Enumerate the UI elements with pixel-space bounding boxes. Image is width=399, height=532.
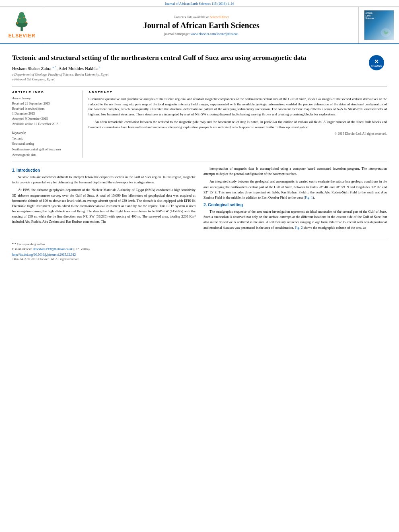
- footnote-star-icon: *: [12, 242, 14, 246]
- svg-point-6: [26, 21, 27, 23]
- email-label: E-mail address:: [12, 247, 32, 251]
- date-received: Received 21 September 2015: [12, 101, 78, 107]
- affil-text-a: Department of Geology, Faculty of Scienc…: [14, 72, 109, 76]
- elsevier-text: ELSEVIER: [8, 33, 35, 39]
- copyright-line: © 2015 Elsevier Ltd. All rights reserved…: [88, 132, 387, 136]
- date-revised-label: Received in revised form: [12, 107, 78, 112]
- page: Journal of African Earth Sciences 115 (2…: [0, 0, 399, 532]
- footnote-corresponding-text: * Corresponding author.: [14, 242, 46, 246]
- crossmark-cross-icon: ✕: [374, 59, 379, 64]
- footnote-email: E-mail address: drhesham1960@hotmail.co.…: [12, 247, 387, 251]
- section-2-para-1: The stratigraphic sequence of the area u…: [204, 209, 387, 230]
- keyword-4: Aeromagnetic data: [12, 152, 78, 158]
- keywords-list: Tectonic Structural setting Northeastern…: [12, 136, 78, 158]
- abstract-heading: Abstract: [88, 90, 387, 94]
- section-2-text: The stratigraphic sequence of the area u…: [204, 209, 387, 230]
- journal-thumbnail: AfricanEarthSciences: [364, 10, 394, 40]
- issn-line: 1464-343X/© 2015 Elsevier Ltd. All right…: [12, 257, 387, 261]
- author-separator: , Adel Mokhles Nakhla: [57, 66, 99, 71]
- abstract-para-2: An often remarkable correlation between …: [88, 119, 387, 130]
- keyword-2: Structural setting: [12, 141, 78, 147]
- affil-text-b: Petropel Oil Company, Egypt: [14, 77, 55, 81]
- crossmark-label: CrossMark: [371, 65, 382, 67]
- author-2-sup: b: [99, 66, 100, 69]
- sciencedirect-line: Contents lists available at ScienceDirec…: [174, 15, 229, 19]
- date-revised-label-text: Received in revised form: [12, 107, 45, 111]
- body-col-right: interpretation of magnetic data is accom…: [204, 166, 387, 233]
- body-col-left: 1. Introduction Seismic data are sometim…: [12, 166, 195, 233]
- elsevier-logo: ELSEVIER: [8, 12, 35, 39]
- divider-1: [12, 86, 387, 86]
- crossmark-circle[interactable]: ✕ CrossMark: [369, 55, 384, 70]
- section-1-title: 1. Introduction: [12, 168, 195, 173]
- affil-letter-a: a: [12, 73, 14, 76]
- section-2-title: 2. Geological setting: [204, 203, 387, 207]
- affil-letter-b: b: [12, 78, 14, 81]
- section-1-cont-para-1: interpretation of magnetic data is accom…: [204, 166, 387, 177]
- sciencedirect-link[interactable]: ScienceDirect: [210, 15, 229, 19]
- body-content: 1. Introduction Seismic data are sometim…: [12, 166, 387, 233]
- footer-area: * * Corresponding author. E-mail address…: [12, 239, 387, 261]
- journal-ref-text: Journal of African Earth Sciences 115 (2…: [165, 2, 234, 6]
- section-1-para-1: Seismic data are sometimes difficult to …: [12, 175, 195, 185]
- crossmark-badge[interactable]: ✕ CrossMark: [369, 55, 387, 73]
- doi-text[interactable]: http://dx.doi.org/10.1016/j.jafrearsci.2…: [12, 253, 76, 257]
- journal-title-header: Journal of African Earth Sciences: [143, 21, 259, 30]
- keyword-3: Northeastern central gulf of Suez area: [12, 147, 78, 152]
- keyword-1: Tectonic: [12, 136, 78, 142]
- article-info-heading: Article Info: [12, 90, 78, 94]
- header-logo-right: AfricanEarthSciences: [359, 7, 399, 43]
- section-1-cont-text: interpretation of magnetic data is accom…: [204, 166, 387, 200]
- body-two-col: 1. Introduction Seismic data are sometim…: [12, 166, 387, 233]
- journal-homepage-line: journal homepage: www.elsevier.com/locat…: [164, 32, 239, 36]
- keywords-label: Keywords:: [12, 131, 78, 135]
- section-1-cont-para-2: An integrated study between the geologic…: [204, 179, 387, 200]
- keywords-section: Keywords: Tectonic Structural setting No…: [12, 131, 78, 158]
- date-accepted-text: Accepted 9 December 2015: [12, 117, 48, 121]
- abstract-para-1: Cumulative qualitative and quantitative …: [88, 97, 387, 117]
- article-title-text: Tectonic and structural setting of the n…: [12, 53, 365, 82]
- date-available-text: Available online 12 December 2015: [12, 122, 58, 126]
- author-1-sup: a, *: [53, 66, 57, 69]
- date-revised-text: 1 December 2015: [12, 112, 35, 115]
- sciencedirect-label: Contents lists available at: [174, 15, 209, 19]
- affiliation-b: b Petropel Oil Company, Egypt: [12, 77, 365, 81]
- abstract-text: Cumulative qualitative and quantitative …: [88, 97, 387, 130]
- journal-thumb-map-icon: [380, 28, 392, 38]
- article-title-section: Tectonic and structural setting of the n…: [12, 53, 387, 82]
- author-1-name: Hesham Shaker Zahra: [12, 66, 53, 71]
- date-available: Available online 12 December 2015: [12, 122, 78, 127]
- history-label: Article history:: [12, 97, 78, 100]
- fig-2-ref[interactable]: Fig. 2: [295, 226, 303, 230]
- email-link[interactable]: drhesham1960@hotmail.co.uk: [33, 247, 72, 251]
- fig-1-ref[interactable]: Fig. 1: [305, 195, 313, 199]
- elsevier-logo-area: ELSEVIER: [0, 7, 44, 43]
- section-1-text: Seismic data are sometimes difficult to …: [12, 175, 195, 225]
- section-1-para-2: At 1998, the airborne geophysics departm…: [12, 187, 195, 224]
- abstract-col: Abstract Cumulative qualitative and quan…: [88, 90, 387, 158]
- svg-point-8: [24, 17, 25, 18]
- svg-point-7: [20, 18, 21, 19]
- article-info-abstract: Article Info Article history: Received 2…: [12, 90, 387, 158]
- authors-line: Hesham Shaker Zahra a, *, Adel Mokhles N…: [12, 66, 365, 71]
- date-received-text: Received 21 September 2015: [12, 102, 50, 105]
- divider-2: [12, 162, 387, 162]
- doi-line[interactable]: http://dx.doi.org/10.1016/j.jafrearsci.2…: [12, 253, 387, 257]
- article-title: Tectonic and structural setting of the n…: [12, 53, 365, 62]
- date-revised: 1 December 2015: [12, 111, 78, 117]
- homepage-url[interactable]: www.elsevier.com/locate/jafrearsci: [191, 32, 239, 36]
- affiliation-a: a Department of Geology, Faculty of Scie…: [12, 72, 365, 76]
- svg-point-4: [19, 12, 25, 16]
- footnote-corresponding: * * Corresponding author.: [12, 242, 387, 246]
- header-area: ELSEVIER Contents lists available at Sci…: [0, 7, 399, 44]
- journal-thumb-text: AfricanEarthSciences: [364, 10, 376, 21]
- article-info-col: Article Info Article history: Received 2…: [12, 90, 82, 158]
- email-suffix: (H.S. Zahra).: [73, 247, 90, 251]
- homepage-label: journal homepage:: [164, 32, 190, 36]
- date-accepted: Accepted 9 December 2015: [12, 117, 78, 122]
- main-content: Tectonic and structural setting of the n…: [0, 44, 399, 267]
- crossmark-inner: ✕ CrossMark: [371, 59, 382, 67]
- elsevier-tree-icon: [10, 12, 34, 32]
- header-center: Contents lists available at ScienceDirec…: [44, 7, 359, 43]
- top-ref-bar: Journal of African Earth Sciences 115 (2…: [0, 0, 399, 7]
